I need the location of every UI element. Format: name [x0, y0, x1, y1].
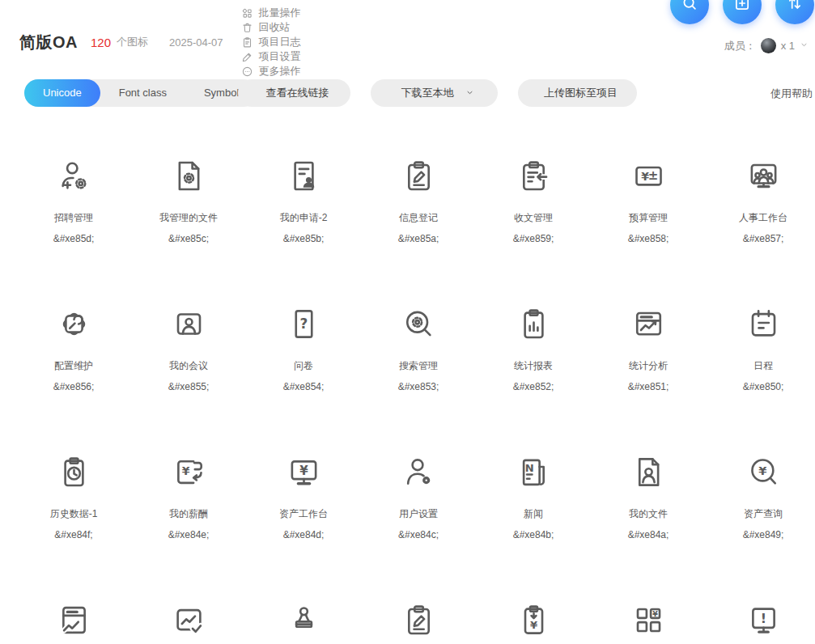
header-action-settings[interactable]: 项目设置: [241, 49, 301, 64]
panel-yen-plusminus-icon: ¥±: [630, 158, 667, 194]
svg-text:¥: ¥: [652, 609, 658, 618]
icon-name: 我管理的文件: [159, 211, 218, 225]
floating-action-buttons: [670, 0, 814, 24]
log-icon: [241, 36, 253, 49]
icon-name: 新闻: [524, 507, 543, 521]
header-action-more[interactable]: 更多操作: [241, 64, 301, 78]
monitor-people-icon: [745, 158, 782, 194]
calendar-lines-icon: [745, 306, 782, 342]
upload-to-project-button[interactable]: 上传图标至项目: [518, 79, 637, 107]
icon-unicode: &#xe856;: [53, 381, 95, 392]
more-icon: [241, 66, 253, 78]
icon-cell[interactable]: 人事工作台 &#xe857;: [706, 150, 815, 298]
icon-cell[interactable]: ¥± 预算管理 &#xe858;: [591, 150, 706, 298]
icon-cell-partial[interactable]: ¥: [476, 594, 591, 644]
clipboard-barchart-icon: [516, 306, 552, 342]
icon-unicode: &#xe859;: [513, 233, 554, 244]
chevron-down-icon: [461, 87, 474, 100]
header-action-trash[interactable]: 回收站: [241, 20, 301, 35]
icon-cell[interactable]: 配置维护 &#xe856;: [16, 298, 131, 446]
header-action-batch[interactable]: 批量操作: [241, 6, 301, 20]
icon-name: 预算管理: [629, 211, 668, 225]
icon-unicode: &#xe858;: [628, 233, 669, 244]
icon-name: 我的薪酬: [169, 507, 208, 521]
search-button[interactable]: [670, 0, 709, 24]
icon-unicode: &#xe84e;: [168, 529, 210, 540]
doc-gear-icon: [171, 158, 207, 194]
icon-cell[interactable]: 统计分析 &#xe851;: [591, 298, 706, 446]
icon-cell[interactable]: 用户设置 &#xe84c;: [361, 446, 476, 594]
person-dot-icon: [401, 454, 437, 490]
icon-cell[interactable]: 我管理的文件 &#xe85c;: [131, 150, 246, 298]
icon-cell[interactable]: N 新闻 &#xe84b;: [476, 446, 591, 594]
icon-count-unit: 个图标: [117, 35, 148, 49]
svg-text:¥: ¥: [299, 464, 308, 478]
icon-cell-partial[interactable]: ¥: [591, 594, 706, 644]
doc-question-icon: ?: [286, 306, 322, 342]
clipboard-yen-down-icon: ¥: [516, 602, 552, 638]
icon-name: 人事工作台: [739, 211, 787, 225]
sort-button[interactable]: [775, 0, 814, 24]
icon-name: 配置维护: [54, 359, 93, 373]
header-action-label: 项目设置: [259, 49, 301, 64]
svg-text:±: ±: [647, 168, 658, 183]
icon-name: 问卷: [294, 359, 313, 373]
avatar: [761, 38, 776, 53]
icon-cell-partial[interactable]: [246, 594, 361, 644]
members-dropdown[interactable]: 成员： x 1: [719, 38, 809, 53]
icon-cell[interactable]: 统计报表 &#xe852;: [476, 298, 591, 446]
icon-cell[interactable]: ¥ 我的薪酬 &#xe84e;: [131, 446, 246, 594]
svg-text:¥: ¥: [529, 619, 537, 631]
icon-cell[interactable]: ¥ 资产查询 &#xe849;: [706, 446, 815, 594]
header-action-log[interactable]: 项目日志: [241, 35, 301, 49]
clipboard-pencil-icon: [401, 158, 437, 194]
icon-cell[interactable]: 我的申请-2 &#xe85b;: [246, 150, 361, 298]
view-online-link-button[interactable]: 查看在线链接: [238, 79, 350, 107]
icon-cell[interactable]: 日程 &#xe850;: [706, 298, 815, 446]
icon-cell[interactable]: 招聘管理 &#xe85d;: [16, 150, 131, 298]
tab-unicode[interactable]: Unicode: [24, 79, 100, 107]
icon-cell[interactable]: 信息登记 &#xe85a;: [361, 150, 476, 298]
person-add-gear-icon: [56, 158, 92, 194]
icon-cell-partial[interactable]: [131, 594, 246, 644]
card-yen-arrow-icon: ¥: [171, 454, 207, 490]
icon-cell[interactable]: ? 问卷 &#xe854;: [246, 298, 361, 446]
icon-cell[interactable]: ¥ 资产工作台 &#xe84d;: [246, 446, 361, 594]
icon-unicode: &#xe84b;: [513, 529, 554, 540]
icon-unicode: &#xe84f;: [54, 529, 92, 540]
chart-check-icon: [171, 602, 207, 638]
icon-cell[interactable]: 搜索管理 &#xe853;: [361, 298, 476, 446]
member-count: x 1: [781, 40, 795, 52]
member-label: 成员：: [724, 39, 756, 53]
icon-name: 我的申请-2: [280, 211, 328, 225]
icon-cell-partial[interactable]: !: [706, 594, 815, 644]
header-action-label: 回收站: [259, 20, 291, 35]
doc-person-solid-icon: [286, 158, 322, 194]
add-collection-button[interactable]: [723, 0, 762, 24]
svg-text:!: !: [760, 611, 766, 626]
download-label: 下载至本地: [401, 86, 454, 100]
project-date: 2025-04-07: [163, 36, 223, 49]
icon-unicode: &#xe852;: [513, 381, 554, 392]
download-local-button[interactable]: 下载至本地: [371, 79, 498, 107]
header-action-label: 批量操作: [259, 6, 301, 20]
trash-icon: [241, 22, 253, 34]
add-square-icon: [733, 0, 751, 15]
icon-cell-partial[interactable]: [16, 594, 131, 644]
icon-cell[interactable]: 收文管理 &#xe859;: [476, 150, 591, 298]
icon-cell-partial[interactable]: [361, 594, 476, 644]
icon-cell[interactable]: 我的文件 &#xe84a;: [591, 446, 706, 594]
svg-text:?: ?: [299, 316, 308, 332]
help-link[interactable]: 使用帮助: [765, 87, 813, 101]
newspaper-icon: N: [516, 454, 552, 490]
icon-name: 资产工作台: [279, 507, 328, 521]
icon-unicode: &#xe84c;: [398, 529, 439, 540]
header-actions: 批量操作 回收站 项目日志 项目设置 更多操作: [223, 6, 301, 78]
icon-name: 统计报表: [514, 359, 553, 373]
search-yen-icon: ¥: [745, 454, 782, 490]
stamp-icon: [286, 602, 322, 638]
icon-cell[interactable]: 我的会议 &#xe855;: [131, 298, 246, 446]
icon-cell[interactable]: 历史数据-1 &#xe84f;: [16, 446, 131, 594]
batch-icon: [241, 7, 253, 19]
tab-font-class[interactable]: Font class: [100, 79, 185, 107]
